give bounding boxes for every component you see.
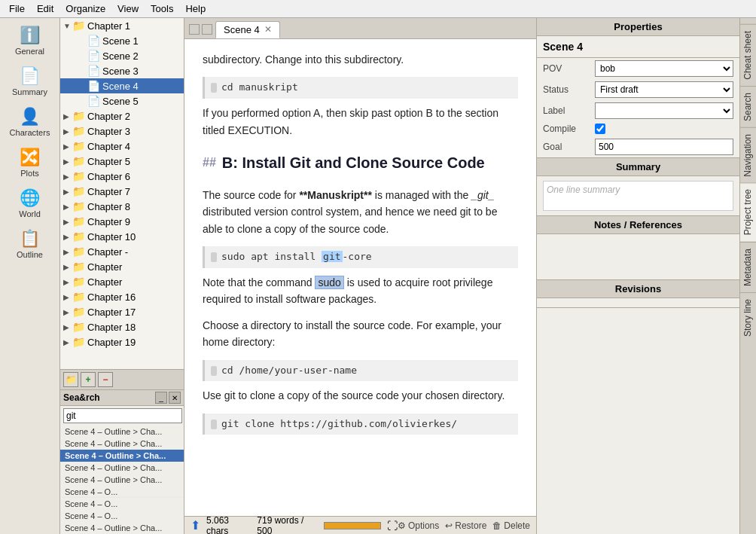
right-tab-navigation[interactable]: Navigation [740,127,757,183]
sidebar-item-world[interactable]: 🌐 World [3,184,57,223]
compile-label: Compile [543,124,592,134]
search-result-6[interactable]: Scene 4 – O... [60,498,184,510]
prop-label-row: Label [537,100,739,121]
menu-file[interactable]: File [3,2,31,16]
tree-chapter-8[interactable]: ▶ 📁 Chapter 8 [60,199,184,214]
folder-icon-chlabel1: 📁 [72,261,85,273]
options-btn[interactable]: ⚙ Options [398,520,439,531]
search-result-3[interactable]: Scene 4 – Outline > Cha... [60,462,184,474]
prop-pov-row: POV bob [537,58,739,79]
tree-chapter-3[interactable]: ▶ 📁 Chapter 3 [60,124,184,139]
tab-close-btn[interactable]: ✕ [264,24,272,35]
fullscreen-icon[interactable]: ⛶ [387,520,398,532]
tree-toolbar-remove-btn[interactable]: − [98,372,113,387]
tree-scene-4[interactable]: 📄 Scene 4 [60,78,184,93]
search-result-1[interactable]: Scene 4 – Outline > Cha... [60,438,184,450]
delete-btn[interactable]: 🗑 Delete [492,520,530,531]
menu-organize[interactable]: Organize [59,2,111,16]
search-collapse-btn[interactable]: _ [155,392,167,404]
menu-view[interactable]: View [111,2,145,16]
summary-placeholder[interactable]: One line summary [543,181,733,211]
folder-icon-ch16: 📁 [72,291,85,303]
status-select[interactable]: First draft [595,81,733,98]
tree-chapter-7[interactable]: ▶ 📁 Chapter 7 [60,184,184,199]
sidebar-item-outline-label: Outline [17,250,43,259]
search-input[interactable] [63,408,182,423]
tree-chapter-5[interactable]: ▶ 📁 Chapter 5 [60,154,184,169]
tree-scene-2[interactable]: 📄 Scene 2 [60,48,184,63]
tree-chapter-9[interactable]: ▶ 📁 Chapter 9 [60,214,184,229]
tree-scene-5[interactable]: 📄 Scene 5 [60,93,184,108]
sidebar-item-plots[interactable]: 🔀 Plots [3,143,57,182]
tree-chapter-2[interactable]: ▶ 📁 Chapter 2 [60,108,184,124]
right-tab-search[interactable]: Search [740,86,757,127]
search-result-2[interactable]: Scene 4 – Outline > Cha... [60,450,184,462]
tree-chapter-6-label: Chapter 6 [87,171,130,182]
editor-heading: ## B: Install Git and Clone Source Code [203,148,518,178]
right-tab-cheat-sheet[interactable]: Cheat sheet [740,24,757,86]
summary-area: One line summary [537,176,739,215]
tree-arrow-ch17: ▶ [63,308,72,316]
tree-chapter-10[interactable]: ▶ 📁 Chapter 10 [60,229,184,244]
search-result-7[interactable]: Scene 4 – O... [60,510,184,522]
tree-arrow-ch8: ▶ [63,203,72,211]
scroll-up-icon[interactable]: ⬆ [191,518,200,532]
tree-chapter-17[interactable]: ▶ 📁 Chapter 17 [60,304,184,319]
search-result-4[interactable]: Scene 4 – Outline > Cha... [60,474,184,486]
search-result-0[interactable]: Scene 4 – Outline > Cha... [60,426,184,438]
outline-icon: 📋 [20,229,40,249]
right-tabs: Cheat sheet Search Navigation Project tr… [739,18,756,534]
label-select[interactable] [595,102,733,119]
goal-input[interactable] [595,139,733,155]
right-tab-project-tree[interactable]: Project tree [740,182,757,241]
menu-help[interactable]: Help [179,2,212,16]
editor-code-1: sudo apt install git-core [203,246,518,268]
sidebar-item-characters[interactable]: 👤 Characters [3,102,57,142]
menu-edit[interactable]: Edit [31,2,59,16]
tree-scene-3[interactable]: 📄 Scene 3 [60,63,184,78]
compile-checkbox[interactable] [595,124,605,134]
code-prompt-3 [211,420,217,429]
tree-chapter-18[interactable]: ▶ 📁 Chapter 18 [60,319,184,334]
search-close-btn[interactable]: ✕ [169,392,181,404]
tab-bar: Scene 4 ✕ [184,18,536,39]
editor-content[interactable]: subdirectory. Change into this subdirect… [184,39,536,516]
search-result-8[interactable]: Scene 4 – Outline > Cha... [60,522,184,534]
restore-label: Restore [455,520,486,531]
tree-chapter-label2[interactable]: ▶ 📁 Chapter [60,274,184,289]
tree-chapter-7-label: Chapter 7 [87,186,130,197]
tree-chapter-1[interactable]: ▼ 📁 Chapter 1 [60,18,184,33]
tree-chapter-19-label: Chapter 19 [87,337,136,348]
folder-icon-ch7: 📁 [72,185,85,197]
properties-panel: Properties Scene 4 POV bob Status First … [536,18,739,534]
pov-select[interactable]: bob [595,60,733,77]
menu-tools[interactable]: Tools [145,2,179,16]
tree-toolbar-add-btn[interactable]: + [81,372,96,387]
tree-toolbar: 📁 + − [60,369,184,389]
tree-chapter-dash[interactable]: ▶ 📁 Chapter - [60,244,184,259]
tree-toolbar-folder-btn[interactable]: 📁 [63,372,78,387]
tree-chapter-6[interactable]: ▶ 📁 Chapter 6 [60,169,184,184]
sidebar-item-summary[interactable]: 📄 Summary [3,62,57,101]
search-results: Scene 4 – Outline > Cha... Scene 4 – Out… [60,426,184,534]
tree-chapter-label1[interactable]: ▶ 📁 Chapter [60,259,184,274]
right-tab-story-line[interactable]: Story line [740,292,757,343]
prop-status-row: Status First draft [537,79,739,100]
folder-icon-ch1: 📁 [72,20,85,32]
tree-chapter-4[interactable]: ▶ 📁 Chapter 4 [60,139,184,154]
tree-chapter-19[interactable]: ▶ 📁 Chapter 19 [60,334,184,349]
folder-icon-ch8: 📁 [72,200,85,212]
restore-btn[interactable]: ↩ Restore [445,520,486,531]
code-highlight-git: git [322,251,342,262]
tree-chapter-16[interactable]: ▶ 📁 Chapter 16 [60,289,184,304]
notes-area[interactable] [537,234,739,279]
right-tab-metadata[interactable]: Metadata [740,242,757,292]
tree-chapter-17-label: Chapter 17 [87,307,136,318]
sidebar-item-outline[interactable]: 📋 Outline [3,224,57,264]
tree-chapter-18-label: Chapter 18 [87,322,136,333]
tab-scene4[interactable]: Scene 4 ✕ [215,21,280,38]
sidebar-item-general[interactable]: ℹ️ General [3,21,57,60]
tree-scene-1[interactable]: 📄 Scene 1 [60,33,184,48]
tree-scene-4-label: Scene 4 [102,81,139,92]
search-result-5[interactable]: Scene 4 – O... #4 - Outline > Chapter 1 … [60,486,184,498]
